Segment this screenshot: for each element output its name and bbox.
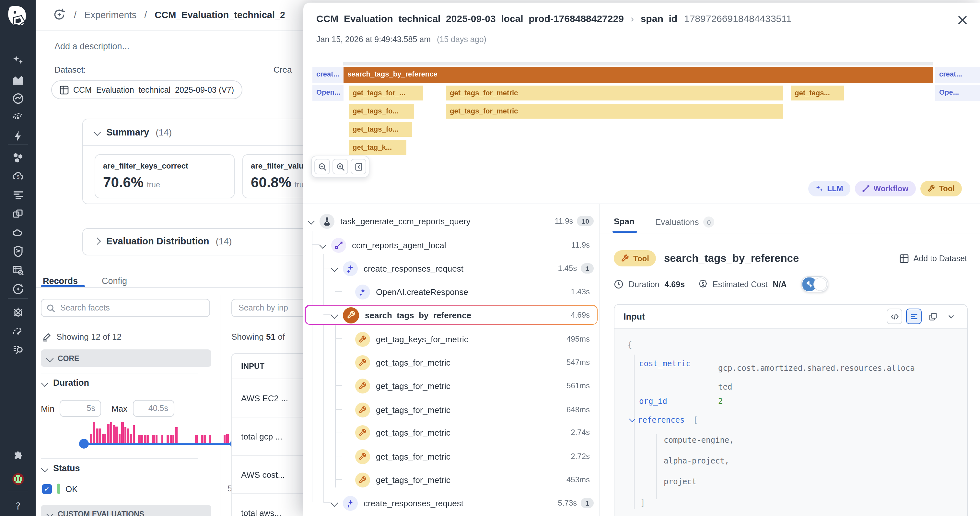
waterfall-span-bar[interactable]: get_tags_for_... [348, 85, 424, 101]
pencil-icon[interactable] [42, 332, 51, 341]
events-icon[interactable] [12, 130, 25, 143]
watchdog-icon[interactable] [12, 111, 25, 124]
summary-metric-card[interactable]: are_filter_keys_correct70.6%true [95, 154, 235, 198]
settings-toggle[interactable] [801, 276, 828, 292]
integrations-icon[interactable] [12, 451, 25, 463]
llm-observability-icon[interactable] [12, 283, 25, 296]
dashboards-icon[interactable] [12, 73, 25, 86]
duration-slider-track[interactable] [82, 443, 238, 445]
code-view-icon[interactable] [887, 309, 902, 324]
json-open-brace: { [627, 340, 632, 349]
tree-row[interactable]: get_tags_for_metric561ms [303, 378, 599, 393]
waterfall-span-bar[interactable]: search_tags_by_reference [344, 67, 933, 83]
error-tracking-icon[interactable] [12, 306, 25, 319]
tree-row[interactable]: get_tags_for_metric547ms [303, 355, 599, 370]
tree-row[interactable]: create_responses_request5.73s1 [303, 495, 599, 511]
waterfall-span-bar[interactable]: get_tags_fo... [348, 121, 413, 137]
tab-config[interactable]: Config [102, 276, 127, 286]
chevron-down-icon[interactable] [307, 218, 315, 225]
json-key-references[interactable]: references [ [630, 416, 698, 425]
performance-icon[interactable] [12, 325, 25, 338]
facet-search-input[interactable] [59, 303, 204, 313]
span-duration: 561ms [566, 381, 590, 390]
waterfall-span-bar[interactable]: get_tags_for_metric [445, 85, 784, 101]
chevron-down-icon[interactable] [331, 265, 338, 272]
span-type-legend: LLMWorkflowTool [808, 181, 962, 196]
infrastructure-icon[interactable] [12, 151, 25, 164]
span-duration: 11.9s [571, 240, 590, 250]
slider-handle-min[interactable] [79, 439, 89, 449]
zoom-in-icon[interactable] [332, 159, 348, 174]
database-monitoring-icon[interactable] [12, 264, 25, 277]
breadcrumb-experiments[interactable]: Experiments [84, 10, 137, 20]
chevron-down-icon[interactable] [331, 312, 338, 319]
cloud-cost-icon[interactable]: $ [12, 170, 25, 183]
duration-facet-header[interactable]: Duration [42, 378, 89, 388]
app-root: $? / Experiments / CCM_Evaluation_techni… [0, 0, 980, 516]
tree-row[interactable]: get_tags_for_metric2.74s [303, 425, 599, 440]
tree-row-selected[interactable]: search_tags_by_reference4.69s [303, 307, 599, 323]
list-view-icon[interactable] [906, 309, 922, 324]
json-reference-item: alpha-project, [664, 456, 729, 465]
legend-workflow[interactable]: Workflow [855, 181, 916, 196]
facet-group-custom-evaluations[interactable]: CUSTOM EVALUATIONS [41, 505, 211, 516]
tree-row[interactable]: create_responses_request1.45s1 [303, 261, 599, 276]
zoom-out-icon[interactable] [314, 159, 330, 174]
datadog-logo-icon[interactable] [5, 3, 30, 29]
collapse-chevron-icon[interactable] [944, 309, 958, 323]
chevron-down-icon[interactable] [331, 500, 338, 507]
histogram-bar [99, 428, 101, 443]
waterfall-span-bar[interactable]: get_tags_for_metric [445, 103, 784, 119]
facet-group-core[interactable]: CORE [41, 349, 211, 367]
waterfall-span-bar[interactable]: get_tags_fo... [348, 103, 415, 119]
security-icon[interactable] [12, 245, 25, 258]
tree-row[interactable]: get_tag_keys_for_metric495ms [303, 331, 599, 347]
tab-span[interactable]: Span [614, 217, 635, 226]
tab-evaluations[interactable]: Evaluations 0 [655, 217, 714, 228]
json-key-cost-metric[interactable]: cost_metric [639, 359, 690, 368]
tree-row[interactable]: OpenAI.createResponse1.43s [303, 284, 599, 299]
duration-min-input[interactable] [60, 400, 101, 417]
add-to-dataset-button[interactable]: Add to Dataset [900, 254, 967, 263]
ci-pipelines-icon[interactable] [12, 226, 25, 239]
apm-icon[interactable] [12, 92, 25, 105]
tree-row[interactable]: get_tags_for_metric453ms [303, 472, 599, 487]
tab-records[interactable]: Records [43, 276, 78, 286]
llm-observability-icon[interactable] [52, 8, 66, 21]
software-catalog-icon[interactable] [12, 207, 25, 220]
json-key-org-id[interactable]: org_id [639, 397, 667, 406]
tree-row[interactable]: task_generate_ccm_reports_query11.9s10 [303, 213, 599, 229]
tree-row[interactable]: get_tags_for_metric648ms [303, 402, 599, 417]
checkbox-checked-icon[interactable]: ✓ [42, 484, 52, 494]
metric-value: 70.6% [103, 174, 143, 191]
facet-showing: Showing 12 of 12 [42, 332, 121, 342]
status-facet-header[interactable]: Status [42, 463, 80, 473]
chevron-down-icon[interactable] [319, 242, 327, 249]
summary-title: Summary [106, 127, 149, 137]
waterfall-span-label: creat... [935, 67, 980, 83]
legend-llm[interactable]: LLM [808, 181, 850, 196]
status-ok-row[interactable]: ✓ OK 51 [42, 484, 237, 494]
audit-trail-icon[interactable] [12, 344, 25, 357]
dataset-link[interactable]: CCM_Evaluation_technical_2025-09-03 (V7) [51, 80, 242, 99]
waterfall-span-bar[interactable]: get_tag_k... [348, 139, 407, 156]
legend-tool[interactable]: Tool [920, 181, 962, 196]
help-icon[interactable]: ? [12, 500, 25, 513]
duration-max-input[interactable] [132, 400, 174, 417]
span-timestamp-relative: (15 days ago) [437, 35, 487, 44]
bits-ai-icon[interactable] [12, 54, 25, 67]
fit-to-view-icon[interactable] [351, 159, 366, 174]
close-icon[interactable] [955, 13, 970, 27]
span-duration: 1.45s [558, 264, 577, 273]
span-name: search_tags_by_reference [365, 310, 471, 320]
span-name: create_responses_request [364, 498, 463, 508]
copy-icon[interactable] [926, 309, 940, 323]
facet-search[interactable] [41, 299, 210, 317]
tree-row[interactable]: get_tags_for_metric2.72s [303, 449, 599, 464]
description-placeholder[interactable]: Add a description... [54, 41, 129, 51]
logs-icon[interactable] [12, 189, 25, 202]
user-avatar[interactable] [12, 473, 25, 486]
nav-sidebar: $? [0, 0, 36, 516]
waterfall-span-bar[interactable]: get_tags... [790, 85, 845, 101]
tree-row[interactable]: ccm_reports_agent_local11.9s [303, 237, 599, 253]
